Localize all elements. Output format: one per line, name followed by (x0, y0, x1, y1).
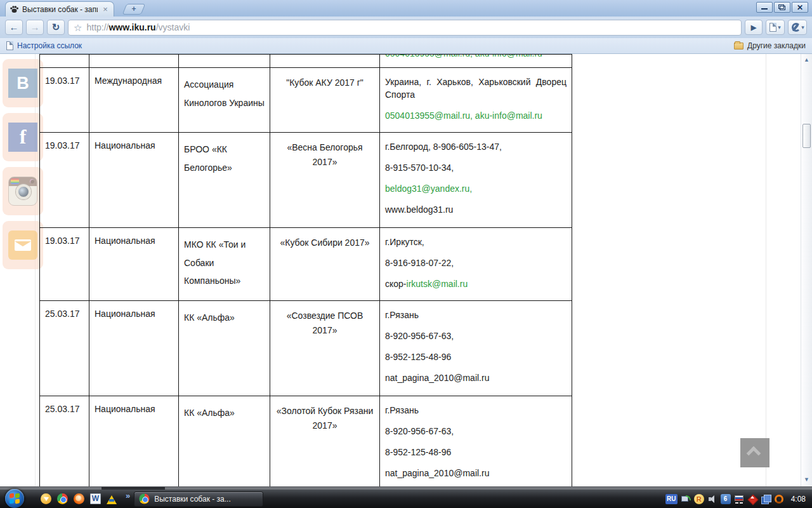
tab-strip: Выставки собак - запись ... × + ✕ (0, 0, 812, 17)
reload-button[interactable]: ↻ (47, 20, 65, 35)
cell-contacts: г.Белгород, 8-906-605-13-47, 8-915-570-1… (380, 133, 572, 228)
browser-toolbar: ← → ↻ ☆ http://www.iku.ru/vystavki ▶ ▾ ▾ (0, 17, 812, 38)
cell-date: 25.03.17 (40, 301, 89, 396)
scroll-to-top-button[interactable] (740, 438, 769, 467)
cell-type: Национальная (89, 301, 179, 396)
bookmarks-bar: Настройка ссылок Другие закладки (0, 38, 812, 54)
close-icon: ✕ (792, 3, 808, 13)
cell-event: "Кубок АКУ 2017 г" (270, 68, 380, 133)
wrench-icon (790, 23, 800, 32)
cell-event: «Кубок Сибири 2017» (270, 228, 380, 301)
page-content: B f 0504013955@mail.ru, aku-info@mail.ru… (0, 54, 812, 486)
word-icon[interactable]: W (90, 493, 101, 504)
bookmark-star-icon[interactable]: ☆ (74, 23, 82, 32)
scroll-down-arrow[interactable]: ▼ (804, 476, 809, 483)
address-bar[interactable]: ☆ http://www.iku.ru/vystavki (68, 20, 742, 36)
url-text: http://www.iku.ru/vystavki (86, 22, 190, 32)
orange-ring-icon[interactable] (774, 494, 784, 504)
instagram-button[interactable] (3, 167, 43, 215)
orange-app-icon[interactable] (74, 493, 84, 504)
table-row: 25.03.17 Национальная КК «Альфа» «Созвез… (40, 301, 572, 396)
cell-contacts: Украина, г. Харьков, Харьковский Дворец … (380, 68, 572, 133)
page-menu-button[interactable]: ▾ (766, 20, 785, 35)
table-row: 19.03.17 Национальная МКО КК «Тои и Соба… (40, 228, 572, 301)
taskbar-window-label: Выставки собак - за... (154, 495, 231, 504)
chrome-icon[interactable] (57, 493, 68, 504)
cell-date: 19.03.17 (40, 133, 89, 228)
cell-type: Национальная (89, 228, 179, 301)
minimize-button[interactable] (756, 2, 773, 13)
restore-button[interactable] (774, 2, 790, 13)
table-row: 19.03.17 Международная Ассоциация Киноло… (40, 68, 572, 133)
tools-menu-button[interactable]: ▾ (788, 20, 807, 35)
cell-contacts: г.Иркутск, 8-916-918-07-22, скор-irkutsk… (380, 228, 572, 301)
blue-app-icon[interactable]: 6 (721, 494, 731, 504)
download-app-icon[interactable] (41, 493, 51, 504)
vertical-scrollbar[interactable]: ▲ ▼ (801, 54, 812, 486)
paw-favicon (10, 4, 19, 14)
clock: 4:08 (791, 495, 806, 504)
browser-tab[interactable]: Выставки собак - запись ... × (5, 1, 114, 17)
go-button[interactable]: ▶ (745, 20, 763, 35)
page-right-border (766, 54, 766, 486)
network-icon[interactable] (681, 494, 691, 504)
cell-org: БРОО «КК Белогорье» (179, 133, 270, 228)
chrome-icon (140, 493, 150, 504)
chevron-up-icon (747, 446, 761, 461)
email-icon (8, 231, 37, 260)
cell-org: КК «Альфа» (179, 301, 270, 396)
updown-arrows-icon[interactable] (747, 494, 757, 504)
restore-icon-back (778, 4, 784, 9)
new-tab-button[interactable]: + (122, 4, 146, 15)
cell-event: «Созвездие ПСОВ 2017» (270, 301, 380, 396)
instagram-icon (8, 177, 37, 206)
volume-icon[interactable] (707, 494, 717, 504)
punto-switcher-icon[interactable]: R (694, 494, 704, 504)
email-link[interactable]: 0504013955@mail.ru, aku-info@mail.ru (385, 109, 566, 122)
quick-launch-overflow-chevron[interactable]: » (126, 491, 130, 500)
taskbar: W » Выставки собак - за... RU R 6 4:08 (0, 490, 812, 508)
caret-down-icon: ▾ (801, 24, 804, 30)
forward-button[interactable]: → (26, 20, 44, 35)
tab-close-icon[interactable]: × (101, 4, 110, 14)
system-tray: RU R 6 4:08 (665, 494, 812, 504)
cell-contacts: г.Рязань 8-920-956-67-63, 8-952-125-48-9… (380, 301, 572, 396)
dog-shows-table: 0504013955@mail.ru, aku-info@mail.ru 19.… (39, 54, 572, 486)
triangle-app-icon[interactable] (107, 495, 117, 504)
scrollbar-thumb[interactable] (802, 124, 811, 148)
close-button[interactable]: ✕ (792, 2, 808, 13)
window-controls: ✕ (756, 2, 808, 13)
back-button[interactable]: ← (5, 20, 23, 35)
desktop: Выставки собак - запись ... × + ✕ ← → ↻ … (0, 0, 812, 508)
cell-date: 19.03.17 (40, 228, 89, 301)
bookmark-page-icon (6, 41, 13, 50)
cell-org: МКО КК «Тои и Собаки Компаньоны» (179, 228, 270, 301)
bookmark-links-setup[interactable]: Настройка ссылок (6, 41, 82, 50)
cell-type: Национальная (89, 133, 179, 228)
cell-type: Национальная (89, 396, 179, 487)
vk-icon: B (8, 69, 37, 98)
cell-org: Ассоциация Кинологов Украины (179, 68, 270, 133)
taskbar-window-button[interactable]: Выставки собак - за... (134, 491, 263, 507)
cell-event: «Весна Белогорья 2017» (270, 133, 380, 228)
page-icon (769, 23, 776, 32)
start-button[interactable] (5, 489, 24, 508)
vk-button[interactable]: B (3, 59, 43, 107)
blue-squares-icon[interactable] (761, 494, 771, 504)
email-button[interactable] (3, 221, 43, 269)
quick-launch: W (41, 493, 117, 504)
email-link[interactable]: irkutsk@mail.ru (407, 279, 468, 289)
facebook-button[interactable]: f (3, 113, 43, 161)
email-link[interactable]: beldog31@yandex.ru, (385, 182, 566, 195)
folder-icon (734, 43, 743, 50)
russian-flag-icon[interactable] (734, 494, 744, 504)
minimize-icon (761, 8, 768, 10)
cell-date: 25.03.17 (40, 396, 89, 487)
email-link[interactable]: 0504013955@mail.ru, aku-info@mail.ru (385, 55, 566, 59)
language-indicator[interactable]: RU (665, 494, 678, 504)
cell-type: Международная (89, 68, 179, 133)
scroll-up-arrow[interactable]: ▲ (804, 57, 809, 63)
social-sidebar: B f (3, 59, 43, 275)
other-bookmarks[interactable]: Другие закладки (734, 41, 806, 50)
cell-date: 19.03.17 (40, 68, 89, 133)
